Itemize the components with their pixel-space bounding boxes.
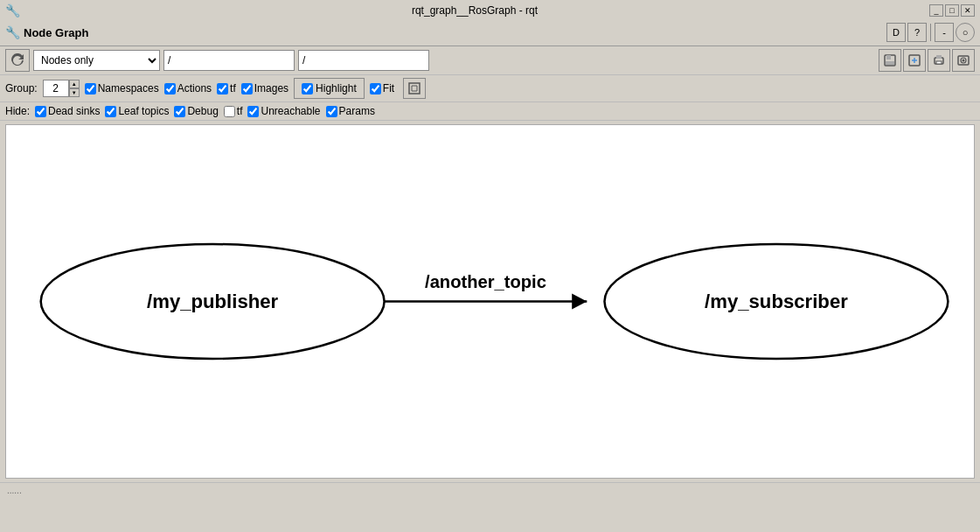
graph-area[interactable]: /my_publisher /my_subscriber /another_to… xyxy=(5,124,975,479)
arrowhead xyxy=(572,293,587,309)
group-label: Group: xyxy=(5,82,38,94)
tf-checkbox[interactable] xyxy=(217,83,228,94)
save-icon xyxy=(883,53,897,67)
images-label: Images xyxy=(254,82,288,94)
svg-rect-5 xyxy=(936,55,942,59)
hide-tf-label: tf xyxy=(237,105,243,117)
svg-rect-1 xyxy=(886,55,891,60)
namespaces-checkbox[interactable] xyxy=(85,83,96,94)
images-checkbox[interactable] xyxy=(241,83,253,94)
namespaces-label: Namespaces xyxy=(98,82,159,94)
unreachable-label: Unreachable xyxy=(261,105,320,117)
help-button[interactable]: ? xyxy=(907,23,927,42)
maximize-button[interactable]: □ xyxy=(945,4,959,17)
unreachable-checkbox-label[interactable]: Unreachable xyxy=(247,105,320,117)
hide-row: Hide: Dead sinks Leaf topics Debug tf Un… xyxy=(0,102,980,121)
dead-sinks-checkbox-label[interactable]: Dead sinks xyxy=(35,105,100,117)
images-checkbox-label[interactable]: Images xyxy=(241,82,288,94)
spinbox-up[interactable]: ▲ xyxy=(69,80,80,88)
highlight-label: Highlight xyxy=(316,82,357,94)
svg-rect-2 xyxy=(886,61,894,65)
window-title: rqt_graph__RosGraph - rqt xyxy=(20,4,929,17)
status-text: ...... xyxy=(7,486,22,495)
debug-checkbox[interactable] xyxy=(174,106,185,117)
leaf-topics-checkbox-label[interactable]: Leaf topics xyxy=(105,105,169,117)
topic-label: /another_topic xyxy=(425,272,546,291)
graph-type-dropdown[interactable]: Nodes only Nodes/Topics (all) Nodes/Topi… xyxy=(33,50,160,71)
actions-label: Actions xyxy=(177,82,212,94)
app-title: Node Graph xyxy=(24,26,88,39)
load-button[interactable] xyxy=(903,49,926,72)
fit-icon xyxy=(408,82,420,94)
svg-rect-6 xyxy=(936,61,942,64)
publisher-label: /my_publisher xyxy=(147,290,279,312)
params-checkbox-label[interactable]: Params xyxy=(326,105,375,117)
fit-label: Fit xyxy=(383,82,394,94)
window-header: 🔧 Node Graph D ? - ○ xyxy=(0,21,980,46)
tf-label: tf xyxy=(230,82,236,94)
screenshot-icon xyxy=(956,53,970,67)
actions-checkbox-label[interactable]: Actions xyxy=(164,82,212,94)
graph-svg: /my_publisher /my_subscriber /another_to… xyxy=(6,125,974,478)
actions-checkbox[interactable] xyxy=(164,83,176,94)
group-value[interactable] xyxy=(43,80,69,97)
fit-checkbox[interactable] xyxy=(370,83,381,94)
right-toolbar xyxy=(879,49,975,72)
top-right-buttons: D ? - ○ xyxy=(886,23,975,42)
close-button[interactable]: ✕ xyxy=(961,4,975,17)
toolbar-row-1: Nodes only Nodes/Topics (all) Nodes/Topi… xyxy=(0,46,980,75)
hide-label: Hide: xyxy=(5,105,30,117)
dash-button[interactable]: - xyxy=(935,23,954,42)
debug-label: Debug xyxy=(187,105,218,117)
load-icon xyxy=(907,53,921,67)
params-label: Params xyxy=(339,105,375,117)
params-checkbox[interactable] xyxy=(326,106,337,117)
toolbar-row-2: Group: ▲ ▼ Namespaces Actions tf Images … xyxy=(0,75,980,102)
dead-sinks-checkbox[interactable] xyxy=(35,106,46,117)
d-button[interactable]: D xyxy=(886,23,906,42)
dead-sinks-label: Dead sinks xyxy=(48,105,100,117)
spinbox-down[interactable]: ▼ xyxy=(69,88,80,97)
filter1-input[interactable] xyxy=(163,50,295,71)
hide-tf-checkbox-label[interactable]: tf xyxy=(224,105,243,117)
screenshot-button[interactable] xyxy=(952,49,975,72)
minimize-button[interactable]: _ xyxy=(929,4,943,17)
hide-tf-checkbox[interactable] xyxy=(224,106,235,117)
tf-checkbox-label[interactable]: tf xyxy=(217,82,236,94)
svg-rect-10 xyxy=(409,83,420,94)
circle-button[interactable]: ○ xyxy=(956,23,975,42)
fit-checkbox-label[interactable]: Fit xyxy=(370,82,394,94)
node-graph-icon: 🔧 xyxy=(5,25,20,39)
svg-point-9 xyxy=(963,60,965,62)
separator xyxy=(930,24,931,41)
group-spinbox[interactable]: ▲ ▼ xyxy=(43,80,80,97)
app-title-row: 🔧 Node Graph xyxy=(5,25,88,39)
namespaces-checkbox-label[interactable]: Namespaces xyxy=(85,82,159,94)
leaf-topics-label: Leaf topics xyxy=(118,105,169,117)
status-bar: ...... xyxy=(0,482,980,498)
title-bar: 🔧 rqt_graph__RosGraph - rqt _ □ ✕ xyxy=(0,0,980,21)
leaf-topics-checkbox[interactable] xyxy=(105,106,116,117)
filter2-input[interactable] xyxy=(298,50,429,71)
highlight-checkbox[interactable] xyxy=(302,83,313,94)
print-button[interactable] xyxy=(928,49,950,72)
unreachable-checkbox[interactable] xyxy=(247,106,259,117)
debug-checkbox-label[interactable]: Debug xyxy=(174,105,218,117)
refresh-button[interactable] xyxy=(5,49,30,72)
refresh-icon xyxy=(10,53,24,67)
title-bar-controls: _ □ ✕ xyxy=(929,4,975,17)
spinbox-arrows: ▲ ▼ xyxy=(69,80,80,97)
print-icon xyxy=(932,53,946,67)
subscriber-label: /my_subscriber xyxy=(705,290,848,312)
highlight-button[interactable]: Highlight xyxy=(294,78,365,99)
fit-icon-button[interactable] xyxy=(403,78,426,99)
save-button[interactable] xyxy=(879,49,901,72)
app-icon: 🔧 xyxy=(5,4,20,18)
